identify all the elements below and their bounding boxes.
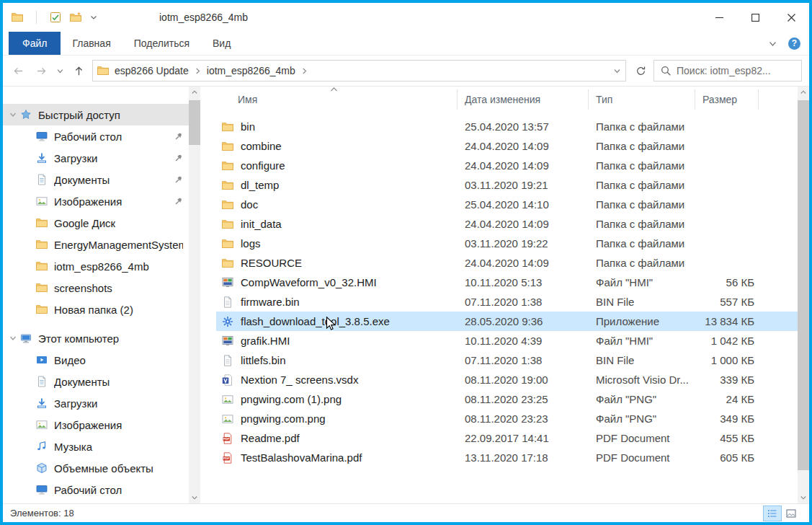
sidebar-item[interactable]: Документы [3, 371, 189, 392]
sidebar-item[interactable]: EnergyManagementSystemN [3, 234, 189, 255]
file-row[interactable]: RESOURCE24.04.2020 14:09Папка с файлами [216, 253, 798, 273]
sidebar-scroll-track[interactable] [189, 98, 200, 492]
details-view-button[interactable] [763, 506, 782, 521]
column-header-size[interactable]: Размер [695, 89, 759, 110]
main-scroll-thumb[interactable] [798, 100, 809, 470]
file-size: 1 000 КБ [695, 354, 759, 366]
new-folder-icon[interactable] [70, 12, 81, 23]
file-row[interactable]: pngwing.com (1).png08.11.2020 23:25Файл … [216, 389, 798, 409]
sidebar-item[interactable]: Новая папка (2) [3, 299, 189, 320]
column-header-name[interactable]: Имя [216, 89, 458, 110]
maximize-button[interactable] [737, 3, 773, 32]
scroll-up-icon[interactable] [798, 87, 809, 98]
breadcrumb-chevron-icon[interactable] [195, 68, 201, 74]
forward-button[interactable] [30, 60, 52, 81]
file-date: 24.04.2020 14:09 [458, 257, 589, 269]
breadcrumb-chevron-icon[interactable] [301, 68, 308, 74]
sidebar-item[interactable]: Рабочий стол [3, 479, 189, 500]
file-row[interactable]: flash_download_tool_3.8.5.exe28.05.2020 … [216, 312, 798, 331]
sidebar-item[interactable]: Рабочий стол [3, 125, 189, 147]
thumbnails-view-button[interactable] [782, 506, 800, 521]
sidebar-item[interactable]: Этот компьютер [3, 327, 189, 349]
file-row[interactable]: grafik.HMI10.11.2020 4:39Файл "HMI"1 042… [216, 331, 798, 350]
sidebar-item[interactable]: Загрузки [3, 147, 189, 169]
file-row[interactable]: PDFTestBalashovaMarina.pdf13.11.2020 17:… [216, 448, 798, 467]
recent-locations-button[interactable] [53, 60, 66, 81]
main-scrollbar[interactable] [798, 87, 809, 503]
sidebar-item-label: screenshots [54, 282, 183, 294]
minimize-button[interactable] [701, 3, 737, 32]
svg-text:PDF: PDF [223, 437, 230, 441]
ribbon-expand-icon[interactable] [769, 40, 777, 48]
file-row[interactable]: PDFReadme.pdf22.09.2017 14:41PDF Documen… [216, 428, 798, 448]
properties-icon[interactable] [50, 12, 61, 23]
file-size: 56 КБ [695, 276, 759, 288]
sidebar-item[interactable]: Музыка [3, 436, 189, 457]
file-date: 08.11.2020 23:25 [458, 393, 589, 405]
sidebar-item[interactable]: Документы [3, 169, 189, 190]
forward-arrow-icon [36, 66, 47, 76]
column-header-type[interactable]: Тип [589, 89, 695, 110]
file-row[interactable]: combine24.04.2020 14:09Папка с файлами [216, 136, 798, 156]
file-name: grafik.HMI [241, 335, 290, 347]
qat-customize-dropdown-icon[interactable] [90, 14, 97, 21]
file-row[interactable]: dl_temp03.11.2020 19:21Папка с файлами [216, 175, 798, 195]
file-row[interactable]: doc25.04.2020 14:10Папка с файлами [216, 195, 798, 214]
file-row[interactable]: logs03.11.2020 19:22Папка с файлами [216, 234, 798, 253]
tab-home[interactable]: Главная [61, 32, 122, 55]
sidebar-item[interactable]: Изображения [3, 414, 189, 436]
file-date: 25.04.2020 13:57 [458, 120, 589, 133]
sidebar-item[interactable]: Загрузки [3, 392, 189, 414]
address-bar[interactable]: esp8266 Update iotm_esp8266_4mb [92, 60, 626, 81]
help-button[interactable]: ? [788, 38, 800, 50]
close-button[interactable] [773, 3, 809, 32]
file-row[interactable]: Nextion 7_ screens.vsdx08.11.2020 19:00M… [216, 370, 798, 389]
scroll-down-icon[interactable] [189, 492, 200, 503]
video-icon [36, 354, 48, 366]
sidebar-item[interactable]: iotm_esp8266_4mb [3, 255, 189, 277]
image-icon [222, 394, 233, 405]
file-row[interactable]: bin25.04.2020 13:57Папка с файлами [216, 117, 798, 136]
file-name-cell: PDFTestBalashovaMarina.pdf [216, 451, 458, 464]
sidebar-item[interactable]: Видео [3, 349, 189, 371]
up-button[interactable] [68, 60, 89, 81]
file-size: 24 КБ [695, 393, 759, 405]
sidebar-item-label: iotm_esp8266_4mb [54, 260, 183, 273]
breadcrumb-item[interactable]: esp8266 Update [111, 65, 192, 76]
column-header-row: Имя Дата изменения Тип Размер [216, 89, 798, 110]
file-date: 25.04.2020 14:10 [458, 198, 589, 211]
address-dropdown-icon[interactable] [613, 67, 621, 75]
main-scroll-track[interactable] [798, 98, 809, 492]
scroll-down-icon[interactable] [798, 492, 809, 503]
music-icon [36, 441, 48, 452]
file-row[interactable]: firmware.bin07.11.2020 1:38BIN File557 К… [216, 292, 798, 312]
search-input[interactable]: Поиск: iotm_esp82... [653, 60, 802, 81]
scroll-up-icon[interactable] [189, 87, 200, 98]
file-row[interactable]: pngwing.com.png08.11.2020 23:23Файл "PNG… [216, 409, 798, 428]
sidebar-item[interactable]: Изображения [3, 190, 189, 212]
breadcrumb-item[interactable]: iotm_esp8266_4mb [203, 65, 299, 76]
expander-chevron-icon[interactable] [7, 335, 19, 342]
tab-share[interactable]: Поделиться [122, 32, 201, 55]
file-name: pngwing.com (1).png [241, 393, 342, 405]
expander-spacer [23, 198, 35, 205]
sidebar-scrollbar[interactable] [189, 87, 200, 503]
sidebar-item[interactable]: Объемные объекты [3, 457, 189, 479]
tab-file[interactable]: Файл [9, 32, 61, 55]
sidebar-item[interactable]: Google Диск [3, 212, 189, 234]
file-row[interactable]: configure24.04.2020 14:09Папка с файлами [216, 156, 798, 175]
sidebar-item[interactable]: screenshots [3, 277, 189, 299]
sidebar-item[interactable]: Быстрый доступ [3, 104, 189, 125]
tab-view[interactable]: Вид [201, 32, 242, 55]
refresh-button[interactable] [629, 60, 652, 81]
back-button[interactable] [7, 60, 29, 81]
pictures-icon [36, 419, 48, 431]
expander-chevron-icon[interactable] [7, 111, 19, 118]
file-row[interactable]: CompWaveform_v0_32.HMI10.11.2020 5:13Фай… [216, 273, 798, 292]
sidebar-scroll-thumb[interactable] [189, 100, 200, 145]
items-count: Элементов: 18 [10, 508, 74, 519]
file-row[interactable]: littlefs.bin07.11.2020 1:38BIN File1 000… [216, 350, 798, 370]
folder-icon [222, 238, 233, 250]
column-header-date[interactable]: Дата изменения [458, 89, 589, 110]
file-row[interactable]: init_data24.04.2020 14:09Папка с файлами [216, 214, 798, 234]
